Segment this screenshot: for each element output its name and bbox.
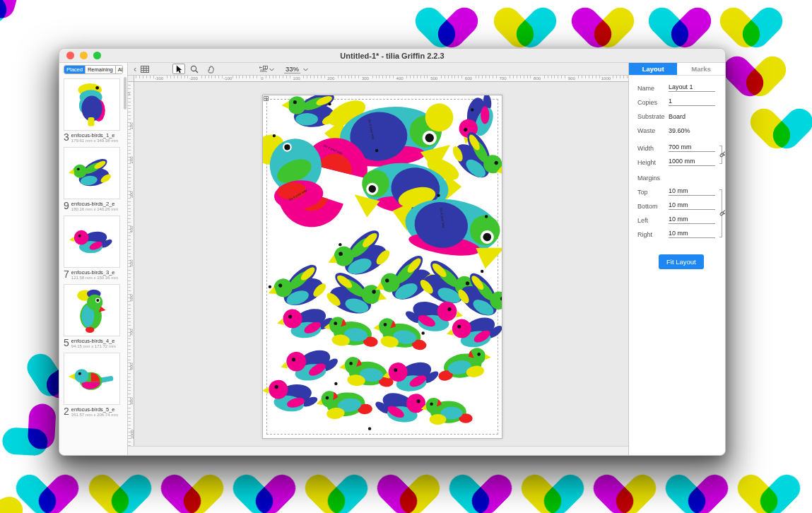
list-item[interactable]: 7 enfocus-birds_3_e 121.58 mm x 150.36 m… xyxy=(64,216,127,280)
name-field[interactable] xyxy=(669,83,715,92)
chevron-down-icon xyxy=(269,65,274,73)
pointer-icon xyxy=(176,65,182,73)
placed-count: 9 xyxy=(64,201,69,211)
fit-layout-button[interactable]: Fit Layout xyxy=(659,254,704,269)
artwork-name: enfocus-birds_4_e xyxy=(71,338,116,344)
bird-thumbnail xyxy=(64,78,120,131)
tilia-heart-decoration xyxy=(654,2,705,54)
tab-marks[interactable]: Marks xyxy=(677,63,725,75)
layout-canvas-page[interactable]: Do it your way Do it your way Do it your… xyxy=(262,95,502,439)
app-window: Untitled-1* - tilia Griffin 2.2.3 Placed… xyxy=(59,48,726,456)
canvas-toolbar: ‹ ABC xyxy=(128,63,628,76)
bird-thumbnail xyxy=(64,284,120,336)
pan-tool-icon[interactable] xyxy=(205,64,217,75)
margin-right-field[interactable] xyxy=(669,230,715,238)
horizontal-scrollbar[interactable] xyxy=(128,446,628,455)
placed-count: 7 xyxy=(64,269,69,279)
zoom-level-value: 33% xyxy=(284,65,300,73)
width-field[interactable] xyxy=(669,143,715,152)
link-margins-icon[interactable] xyxy=(719,209,726,217)
list-item[interactable]: 3 enfocus-birds_1_e 179.61 mm x 349.38 m… xyxy=(64,78,127,143)
list-item[interactable]: 2 enfocus-birds_5_e 361.57 mm x 206.74 m… xyxy=(64,353,127,417)
margin-bottom-label: Bottom xyxy=(637,203,669,210)
margin-top-label: Top xyxy=(637,189,669,196)
collapse-sidebar-icon[interactable]: ‹ xyxy=(131,64,139,75)
grid-view-icon[interactable] xyxy=(139,64,151,75)
copies-field[interactable] xyxy=(669,98,715,106)
annotation-display-icon[interactable]: ABC xyxy=(259,66,268,73)
bird-shape[interactable] xyxy=(276,304,336,340)
window-title: Untitled-1* - tilia Griffin 2.2.3 xyxy=(59,52,725,60)
ruler-corner xyxy=(128,76,134,82)
placed-count: 3 xyxy=(64,132,69,142)
left-ruler: 01002003004005006007008009001000 xyxy=(128,82,134,446)
bird-shape[interactable] xyxy=(278,344,341,384)
titlebar: Untitled-1* - tilia Griffin 2.2.3 xyxy=(59,49,725,63)
waste-value: 39.60% xyxy=(669,127,690,134)
chevron-down-icon xyxy=(303,65,308,73)
bird-shape[interactable] xyxy=(322,316,379,349)
artwork-dimensions: 361.57 mm x 206.74 mm xyxy=(71,413,118,417)
list-item[interactable]: 9 enfocus-birds_2_e 180.16 mm x 140.26 m… xyxy=(64,147,127,211)
artwork-name: enfocus-birds_1_e xyxy=(71,132,118,138)
artwork-dimensions: 180.16 mm x 140.26 mm xyxy=(71,207,118,211)
tilia-heart-decoration xyxy=(421,2,472,54)
bird-thumbnail xyxy=(64,147,120,199)
bird-shape[interactable] xyxy=(315,387,373,420)
margin-right-label: Right xyxy=(637,231,669,238)
artwork-name: enfocus-birds_2_e xyxy=(71,201,118,207)
layout-panel: Layout Marks Name Copies Substrate Board… xyxy=(628,63,725,455)
tilia-heart-decoration xyxy=(311,469,362,513)
bird-shape[interactable] xyxy=(263,130,326,213)
margin-bottom-field[interactable] xyxy=(669,201,715,210)
top-ruler: -300-200-1000100200300400500600700800900… xyxy=(134,76,628,82)
canvas-viewport[interactable]: Do it your way Do it your way Do it your… xyxy=(134,82,628,446)
tab-placed[interactable]: Placed xyxy=(64,66,86,73)
tilia-heart-decoration xyxy=(167,469,218,513)
tilia-heart-decoration xyxy=(599,469,650,513)
bird-shape[interactable] xyxy=(435,346,494,383)
placed-count: 2 xyxy=(64,406,69,416)
tab-all[interactable]: All xyxy=(116,66,123,73)
sidebar-scrollbar[interactable] xyxy=(124,77,126,110)
tab-layout[interactable]: Layout xyxy=(629,63,677,75)
link-dimensions-icon[interactable] xyxy=(719,151,726,158)
zoom-level-select[interactable]: 33% xyxy=(284,65,308,73)
artwork-name: enfocus-birds_3_e xyxy=(71,269,118,276)
bird-shape[interactable] xyxy=(421,398,473,425)
bird-shape[interactable] xyxy=(264,258,331,314)
tilia-heart-decoration xyxy=(95,469,146,513)
tilia-heart-decoration xyxy=(726,2,777,54)
tilia-heart-decoration xyxy=(22,469,73,513)
tilia-heart-decoration xyxy=(743,469,794,513)
margin-left-field[interactable] xyxy=(669,216,715,224)
margin-top-field[interactable] xyxy=(669,187,715,196)
margins-group: Top Bottom Left Right xyxy=(637,187,718,238)
bird-shape[interactable] xyxy=(382,358,442,394)
tilia-heart-decoration xyxy=(0,0,30,37)
margin-left-label: Left xyxy=(637,217,669,224)
sidebar-filter-tabs: Placed Remaining All xyxy=(64,65,123,74)
tilia-heart-decoration xyxy=(729,51,780,103)
zoom-tool-icon[interactable] xyxy=(188,64,201,75)
height-field[interactable] xyxy=(669,158,715,166)
tilia-heart-decoration xyxy=(756,103,807,155)
substrate-value: Board xyxy=(669,113,686,120)
artwork-dimensions: 179.61 mm x 349.38 mm xyxy=(71,138,118,143)
tilia-heart-decoration xyxy=(455,469,506,513)
tab-remaining[interactable]: Remaining xyxy=(86,66,116,73)
tilia-heart-decoration xyxy=(527,469,578,513)
substrate-label: Substrate xyxy=(637,113,669,120)
list-item[interactable]: 5 enfocus-birds_4_e 94.15 mm x 171.72 mm xyxy=(64,284,127,348)
bird-shape[interactable] xyxy=(322,266,390,321)
tilia-heart-decoration xyxy=(577,2,628,54)
margins-title: Margins xyxy=(637,175,718,182)
waste-label: Waste xyxy=(637,127,669,134)
select-tool-button[interactable] xyxy=(172,64,185,74)
name-label: Name xyxy=(637,85,669,92)
bird-shape[interactable] xyxy=(263,377,322,415)
bird-thumbnail xyxy=(64,216,120,268)
bird-shape[interactable] xyxy=(338,356,395,389)
nested-birds-artwork: Do it your way Do it your way Do it your… xyxy=(263,95,502,438)
artwork-sidebar: Placed Remaining All 3 enfocus-birds_1_e… xyxy=(59,63,128,455)
